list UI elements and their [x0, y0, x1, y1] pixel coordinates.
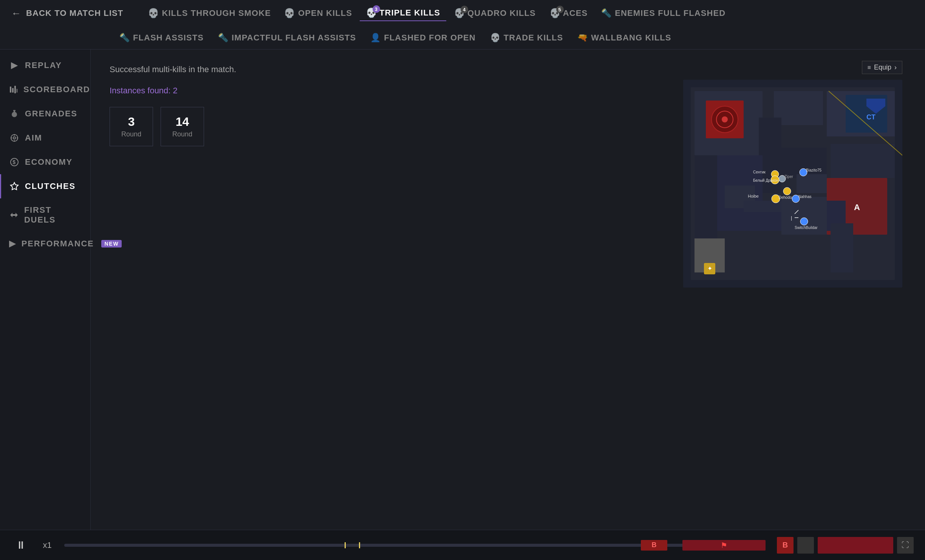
duels-icon [9, 210, 19, 220]
sidebar-item-aim[interactable]: AIM [0, 126, 90, 150]
svg-rect-34 [695, 155, 717, 250]
svg-point-53 [800, 218, 808, 225]
svg-text:Biazito75: Biazito75 [806, 168, 822, 172]
svg-text:|: | [791, 215, 792, 221]
round-number-2: 14 [172, 115, 192, 129]
tab-label: WALLBANG KILLS [591, 33, 671, 43]
svg-text:Ziper: Ziper [784, 175, 793, 179]
playback-right-controls: B ⛶ [777, 537, 914, 554]
svg-rect-40 [831, 144, 895, 178]
tab-label: OPEN KILLS [298, 8, 352, 18]
chevron-right-icon: › [894, 63, 897, 71]
svg-text:$: $ [12, 159, 16, 165]
content-description: Successful multi-kills in the match. [110, 65, 906, 74]
tab-wallbang-kills[interactable]: 🔫 WALLBANG KILLS [571, 30, 677, 45]
svg-rect-3 [17, 89, 17, 93]
map-container: ≡ Equip › B [683, 80, 902, 299]
svg-text:Hoibe: Hoibe [748, 194, 759, 198]
flashed-open-icon: 👤 [370, 32, 381, 43]
sidebar-label: GRENADES [25, 109, 77, 119]
tab-flash-assists[interactable]: 🔦 FLASH ASSISTS [113, 30, 210, 45]
skull-badge-icon: 💀 3 [366, 8, 376, 18]
tab-kills-through-smoke[interactable]: 💀 KILLS THROUGH SMOKE [142, 6, 277, 21]
svg-rect-0 [10, 87, 11, 93]
sidebar-item-first-duels[interactable]: FIRST DUELS [0, 198, 90, 232]
svg-point-22 [722, 116, 728, 122]
pause-button[interactable]: ⏸ [11, 536, 30, 555]
content-area: Successful multi-kills in the match. Ins… [91, 50, 925, 530]
team-b-segment: B [641, 540, 667, 551]
tab-impactful-flash-assists[interactable]: 🔦 IMPACTFUL FLASH ASSISTS [212, 30, 362, 45]
main-layout: ▶ REPLAY SCOREBOARD G [0, 50, 925, 530]
tab-label: TRIPLE KILLS [379, 8, 440, 18]
sidebar-item-replay[interactable]: ▶ REPLAY [0, 53, 90, 77]
skull-icon4: 💀 4 [454, 8, 464, 19]
fullscreen-button[interactable]: ⛶ [897, 537, 914, 554]
progress-track[interactable]: B ⚑ [64, 544, 766, 547]
equip-button[interactable]: ≡ Equip › [862, 61, 902, 74]
tab-label: IMPACTFUL FLASH ASSISTS [232, 33, 356, 43]
tab-flashed-for-open[interactable]: 👤 FLASHED FOR OPEN [364, 30, 482, 45]
svg-text:A: A [854, 203, 860, 212]
trade-kills-icon: 💀 [490, 32, 501, 43]
sidebar-item-grenades[interactable]: GRENADES [0, 102, 90, 126]
svg-text:CT: CT [866, 113, 876, 121]
sidebar-label: REPLAY [25, 60, 62, 70]
tab-label: ACES [563, 8, 588, 18]
tab-label: FLASH ASSISTS [133, 33, 204, 43]
sidebar-item-scoreboard[interactable]: SCOREBOARD [0, 77, 90, 102]
flash-icon: 🔦 [601, 8, 612, 19]
impact-flash-icon: 🔦 [218, 32, 229, 43]
triple-badge: 3 [373, 5, 380, 13]
svg-point-45 [783, 187, 791, 195]
playback-bar: ⏸ x1 B ⚑ B ⛶ [0, 530, 925, 560]
speed-indicator: x1 [38, 540, 57, 550]
tab-trade-kills[interactable]: 💀 TRADE KILLS [484, 30, 569, 45]
sidebar-label: ECONOMY [25, 157, 73, 167]
tab-label: QUADRO KILLS [467, 8, 536, 18]
sidebar-item-performance[interactable]: ▶ PERFORMANCE NEW [0, 232, 90, 256]
progress-marker-1 [345, 542, 346, 548]
fullscreen-icon: ⛶ [902, 541, 909, 549]
pause-icon: ⏸ [15, 539, 26, 551]
progress-marker-2 [359, 542, 360, 548]
tab-enemies-full-flashed[interactable]: 🔦 ENEMIES FULL FLASHED [595, 6, 732, 21]
tab-open-kills[interactable]: 💀 OPEN KILLS [278, 6, 358, 21]
tab-aces[interactable]: 💀 5 ACES [543, 6, 594, 21]
svg-text:Dehodo: Dehodo [778, 195, 792, 200]
team-indicator-b: B [777, 537, 794, 554]
aces-badge: 5 [556, 6, 564, 13]
map-svg: B CT A [683, 80, 902, 288]
round-box-2[interactable]: 14 Round [161, 107, 204, 146]
scoreboard-icon [9, 84, 18, 95]
svg-text:Белый Дракон: Белый Дракон [753, 178, 778, 183]
sidebar-item-economy[interactable]: $ ECONOMY [0, 150, 90, 174]
sidebar-item-clutches[interactable]: CLUTCHES [0, 174, 90, 198]
round-box-1[interactable]: 3 Round [110, 107, 153, 146]
svg-text:✦: ✦ [707, 265, 712, 272]
tab-label: KILLS THROUGH SMOKE [162, 8, 271, 18]
svg-rect-37 [797, 174, 827, 193]
svg-text:Nahhas: Nahhas [798, 195, 811, 199]
round-label-2: Round [172, 130, 192, 138]
match-end-indicator [818, 537, 893, 554]
end-icon: ⚑ [721, 541, 727, 550]
back-to-match-link[interactable]: ← BACK TO MATCH LIST [8, 8, 131, 19]
team-ct-segment: ⚑ [682, 540, 766, 551]
tab-quadro-kills[interactable]: 💀 4 QUADRO KILLS [448, 6, 542, 21]
top-nav: ← BACK TO MATCH LIST 💀 KILLS THROUGH SMO… [0, 0, 925, 50]
play-icon: ▶ [9, 60, 20, 71]
svg-rect-1 [12, 88, 14, 93]
wallbang-icon: 🔫 [577, 32, 588, 43]
grenade-icon [9, 108, 20, 119]
quadro-badge: 4 [461, 6, 468, 13]
skull-icon5: 💀 5 [549, 8, 560, 19]
round-label-1: Round [121, 130, 141, 138]
sidebar-label: AIM [25, 133, 42, 143]
flash-assist-icon: 🔦 [119, 32, 130, 43]
b-icon: B [783, 541, 788, 549]
tab-triple-kills[interactable]: 💀 3 TRIPLE KILLS [360, 5, 446, 21]
skull-icon2: 💀 [285, 8, 295, 19]
back-arrow-icon: ← [11, 8, 22, 19]
top-nav-row2: 🔦 FLASH ASSISTS 🔦 IMPACTFUL FLASH ASSIST… [8, 26, 917, 49]
